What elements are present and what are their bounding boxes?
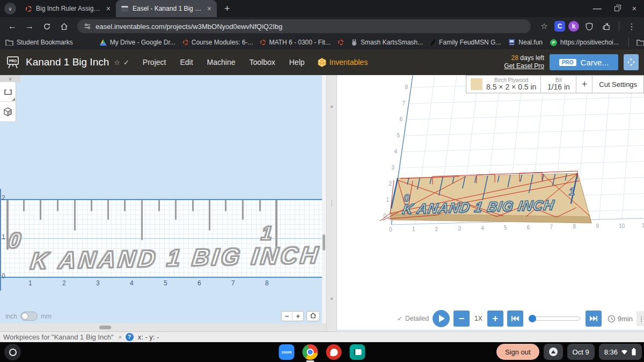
forward-button[interactable]: → xyxy=(23,19,36,33)
project-title[interactable]: Kanand 1 Big Inch xyxy=(26,56,109,68)
ruler-tick[interactable] xyxy=(259,200,261,211)
site-settings-icon[interactable] xyxy=(84,23,91,30)
cut-settings-button[interactable]: Cut Settings xyxy=(592,76,643,93)
extension-kami-icon[interactable]: k xyxy=(568,21,579,32)
get-easel-pro-link[interactable]: Get Easel Pro xyxy=(504,62,544,70)
home-button[interactable] xyxy=(57,19,71,33)
tab-easel[interactable]: Easel - Kanand 1 Big Inch × xyxy=(116,0,217,17)
bookmark-course-modules[interactable]: Course Modules: 6-... xyxy=(183,39,253,46)
ruler-tick[interactable] xyxy=(74,200,76,231)
bookmarks-folder[interactable]: Student Bookmarks xyxy=(5,39,73,46)
bookmark-smash-karts[interactable]: Smash KartsSmash... xyxy=(351,39,423,46)
panel-divider[interactable]: » ⋮ « xyxy=(326,75,337,331)
skip-to-start-button[interactable] xyxy=(507,311,523,327)
design-number-zero[interactable]: 0 xyxy=(8,228,22,253)
new-tab-button[interactable]: + xyxy=(224,3,230,14)
extension-c-icon[interactable]: C xyxy=(554,21,565,32)
ruler-tick[interactable] xyxy=(23,200,25,211)
notification-tray-button[interactable] xyxy=(544,344,563,360)
menu-machine[interactable]: Machine xyxy=(207,58,236,67)
address-bar[interactable]: easel.inventables.com/projects/w3MbONyod… xyxy=(77,19,531,33)
ruler-tick[interactable] xyxy=(40,200,41,220)
browser-menu-icon[interactable]: ⋮ xyxy=(625,19,639,33)
ruler-tick[interactable] xyxy=(225,200,226,211)
favorite-star-icon[interactable]: ☆ xyxy=(114,58,120,67)
carve-button[interactable]: PRO Carve... xyxy=(550,54,618,70)
play-button[interactable] xyxy=(433,310,450,327)
extensions-puzzle-icon[interactable] xyxy=(599,19,613,33)
ruler-tick[interactable] xyxy=(57,200,58,211)
import-tool-button[interactable] xyxy=(0,82,16,102)
tab-big-inch-ruler[interactable]: Big Inch Ruler Assignment × xyxy=(20,0,116,17)
zoom-home-button[interactable] xyxy=(307,312,319,320)
bit-cell[interactable]: Bit 1/16 in xyxy=(540,76,576,93)
workpieces-label[interactable]: Workpieces for "Kanand 1 Big Inch" xyxy=(3,333,114,341)
vertical-scrollbar-thumb[interactable] xyxy=(323,234,325,250)
wallet-app-icon[interactable] xyxy=(350,344,365,360)
url-text[interactable]: easel.inventables.com/projects/w3MbONyod… xyxy=(96,23,282,31)
detail-mode[interactable]: ✓Detailed xyxy=(397,315,429,322)
tab-close-icon[interactable]: × xyxy=(106,4,111,13)
ruler-tick[interactable] xyxy=(107,200,109,220)
restore-button[interactable] xyxy=(614,6,619,11)
date-tray[interactable]: Oct 9 xyxy=(567,344,595,360)
horizontal-scrollbar-thumb[interactable] xyxy=(99,326,111,329)
ruler-tick[interactable] xyxy=(209,200,210,231)
design-canvas-2d[interactable]: 0 1 K ANAND 1 BIG INCH 12345678 210 ∨ in… xyxy=(0,75,326,323)
skip-to-end-button[interactable] xyxy=(586,311,602,327)
add-bit-button[interactable]: + xyxy=(576,76,592,93)
ruler-tick[interactable] xyxy=(175,200,177,220)
fullscreen-button[interactable] xyxy=(624,54,639,70)
shield-icon[interactable] xyxy=(582,19,596,33)
zoom-app-icon[interactable]: zoom xyxy=(279,344,295,360)
bookmark-drive[interactable]: My Drive - Google Dr... xyxy=(100,39,175,46)
unit-toggle[interactable] xyxy=(20,312,38,321)
preview-panel-3d[interactable]: 01234567891011876543210 01 K ANAND 1 BIG… xyxy=(337,75,644,331)
simulation-progress-slider[interactable] xyxy=(529,316,580,321)
ruler-tick[interactable] xyxy=(192,200,194,211)
all-bookmarks[interactable]: All Bookmarks xyxy=(636,39,644,46)
ruler-tick[interactable] xyxy=(141,200,143,240)
ruler-tick[interactable] xyxy=(242,200,244,220)
horizontal-scrollbar[interactable] xyxy=(0,323,326,331)
close-window-button[interactable]: × xyxy=(632,4,636,13)
collapse-toolbar-chevron[interactable]: ∨ xyxy=(0,75,20,82)
bookmark-star-icon[interactable]: ☆ xyxy=(537,19,551,33)
easel-logo-icon[interactable]: PRO xyxy=(5,55,20,69)
back-button[interactable]: ← xyxy=(5,19,19,33)
collapse-up-chevron[interactable]: » xyxy=(116,335,123,338)
zoom-in-button[interactable]: + xyxy=(292,312,303,320)
zoom-out-button[interactable]: − xyxy=(282,312,292,320)
menu-project[interactable]: Project xyxy=(143,58,166,67)
bookmark-canvas[interactable] xyxy=(338,40,343,45)
menu-help[interactable]: Help xyxy=(289,58,305,67)
menu-edit[interactable]: Edit xyxy=(180,58,193,67)
simulation-menu-button[interactable]: ⋮ xyxy=(636,311,644,326)
chrome-app-icon[interactable] xyxy=(303,344,318,360)
divider-handle-dots[interactable]: ⋮ xyxy=(327,200,336,206)
vertical-scrollbar[interactable] xyxy=(322,75,326,323)
expand-right-chevron[interactable]: » xyxy=(327,103,336,109)
inventables-link[interactable]: Inventables xyxy=(318,58,368,67)
material-cell[interactable]: Birch Plywood8.5 × 2 × 0.5 in xyxy=(466,76,540,93)
sign-out-button[interactable]: Sign out xyxy=(496,344,539,360)
slider-thumb[interactable] xyxy=(529,315,536,322)
ruler-tick[interactable] xyxy=(158,200,160,211)
toggle-knob[interactable] xyxy=(21,313,28,320)
menu-toolbox[interactable]: Toolbox xyxy=(249,58,275,67)
ruler-tick[interactable] xyxy=(91,200,92,211)
3d-view-tool-button[interactable] xyxy=(0,102,16,122)
bookmark-nealfun[interactable]: Neal.fun xyxy=(508,39,543,46)
reload-button[interactable] xyxy=(40,19,54,33)
speed-down-button[interactable]: − xyxy=(453,311,470,327)
status-tray[interactable]: 8:36 xyxy=(599,344,642,360)
expand-left-chevron[interactable]: « xyxy=(327,295,336,301)
bookmark-family-feud[interactable]: Family FeudMSN G... xyxy=(430,39,501,46)
bookmark-positive-choices[interactable]: Phttps://positivechoi... xyxy=(550,39,619,46)
launcher-button[interactable] xyxy=(4,344,21,360)
tab-close-icon[interactable]: × xyxy=(207,4,211,13)
help-icon[interactable]: ? xyxy=(126,333,134,341)
bookmark-math6[interactable]: MATH 6 - 0300 - Fit... xyxy=(260,39,330,46)
minimize-button[interactable]: — xyxy=(593,4,602,13)
speed-up-button[interactable]: + xyxy=(487,311,503,327)
